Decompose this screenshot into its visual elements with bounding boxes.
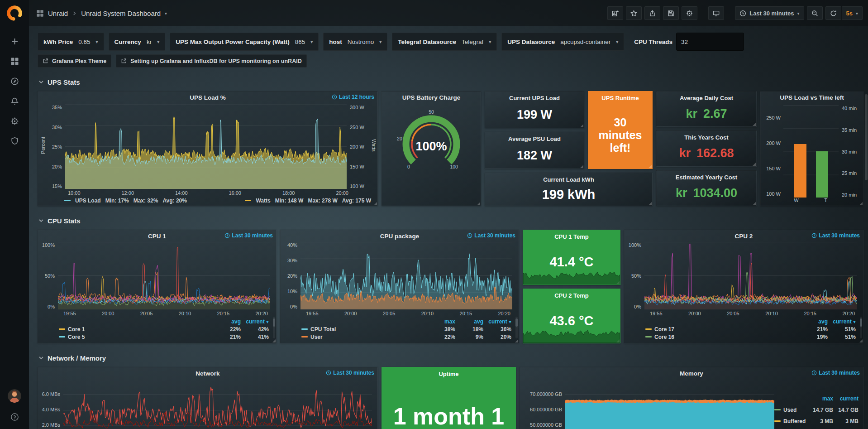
variable-ups-datasource[interactable]: UPS Datasource apcupsd-container ▾ bbox=[501, 33, 624, 51]
variable-value[interactable]: 0.65 bbox=[78, 39, 90, 45]
legend-sort-avg[interactable]: avg bbox=[455, 318, 483, 325]
panel-time-badge[interactable]: Last 12 hours bbox=[332, 94, 374, 100]
time-range-label: Last 30 minutes bbox=[749, 10, 794, 17]
legend-row[interactable]: Used14.7 GB14.7 GB bbox=[774, 404, 858, 415]
battery-gauge[interactable]: 02050100 100% bbox=[382, 103, 481, 206]
legend-sort-max[interactable]: max bbox=[427, 318, 455, 325]
bar-W[interactable] bbox=[794, 144, 806, 198]
dashboards-icon[interactable] bbox=[0, 51, 29, 71]
cycle-view-mode-button[interactable] bbox=[708, 6, 724, 20]
panel-title[interactable]: CPU package bbox=[380, 233, 419, 240]
variable-value[interactable]: Nostromo bbox=[348, 39, 374, 45]
panel-title[interactable]: UPS Battery Charge bbox=[402, 94, 460, 101]
refresh-interval-picker[interactable]: 5s ▾ bbox=[842, 6, 863, 20]
stat-title[interactable]: Uptime bbox=[439, 371, 458, 377]
legend-item[interactable]: WattsMin: 148 WMax: 278 WAvg: 175 W bbox=[245, 198, 371, 204]
scrollbar-thumb[interactable] bbox=[865, 94, 868, 180]
chart-legend: avgcurrent ▾Core 122%42%Core 521%41% bbox=[38, 317, 276, 343]
legend-scrollbar[interactable] bbox=[273, 317, 275, 338]
dashboard-link-ups-monitoring[interactable]: Setting up Grafana and InfluxDB for UPS … bbox=[116, 54, 306, 67]
legend-row[interactable]: User22%9%20% bbox=[301, 333, 511, 341]
stat-title[interactable]: Estimated Yearly Cost bbox=[676, 174, 737, 181]
stat-title[interactable]: Current UPS Load bbox=[509, 95, 560, 101]
cpu-threads-input[interactable] bbox=[676, 33, 744, 51]
stat-title[interactable]: CPU 2 Temp bbox=[554, 292, 589, 299]
dashboard-scrollbar[interactable] bbox=[865, 26, 868, 429]
chart-plot[interactable] bbox=[63, 379, 372, 429]
alerting-bell-icon[interactable] bbox=[0, 91, 29, 111]
legend-sort-current[interactable]: current bbox=[833, 395, 858, 402]
explore-compass-icon[interactable] bbox=[0, 71, 29, 91]
legend-sort-current[interactable]: current ▾ bbox=[241, 318, 269, 325]
create-plus-icon[interactable] bbox=[0, 31, 29, 51]
legend-row[interactable]: Core 1619%51% bbox=[645, 333, 856, 341]
legend-sort-max[interactable]: max bbox=[808, 395, 833, 402]
user-avatar[interactable] bbox=[8, 389, 21, 403]
variable-kwh-price[interactable]: kWh Price 0.65 ▾ bbox=[38, 33, 104, 51]
grafana-logo-icon[interactable] bbox=[5, 4, 24, 22]
variable-value[interactable]: kr bbox=[147, 39, 152, 45]
variable-value[interactable]: Telegraf bbox=[462, 39, 483, 45]
variable-value[interactable]: 865 bbox=[295, 39, 305, 45]
star-button[interactable] bbox=[626, 6, 642, 20]
time-range-picker[interactable]: Last 30 minutes ▾ bbox=[735, 6, 804, 20]
panel-title[interactable]: Memory bbox=[680, 370, 703, 377]
chart-plot[interactable] bbox=[565, 379, 774, 429]
legend-item[interactable]: UPS LoadMin: 17%Max: 32%Avg: 20% bbox=[64, 198, 187, 204]
legend-sort-current[interactable]: current ▾ bbox=[828, 318, 856, 325]
breadcrumb-app[interactable]: Unraid bbox=[48, 10, 68, 17]
chart-plot[interactable] bbox=[65, 104, 347, 189]
legend-scrollbar[interactable] bbox=[515, 317, 518, 338]
zoom-out-button[interactable] bbox=[807, 6, 823, 20]
refresh-button[interactable] bbox=[825, 6, 841, 20]
legend-row[interactable]: Buffered3 MB3 MB bbox=[774, 415, 858, 427]
panel-time-badge[interactable]: Last 30 minutes bbox=[224, 232, 273, 239]
variable-currency[interactable]: Currency kr ▾ bbox=[109, 33, 166, 51]
bar-T[interactable] bbox=[816, 151, 828, 198]
stat-title[interactable]: Average Daily Cost bbox=[680, 95, 733, 101]
stat-title[interactable]: Average PSU Load bbox=[508, 135, 561, 142]
server-admin-shield-icon[interactable] bbox=[0, 131, 29, 151]
panel-time-badge[interactable]: Last 30 minutes bbox=[326, 370, 374, 376]
section-header-ups-stats[interactable]: UPS Stats bbox=[38, 77, 863, 87]
legend-row[interactable]: Core 1721%51% bbox=[645, 325, 856, 333]
panel-title[interactable]: CPU 2 bbox=[735, 233, 753, 240]
add-panel-button[interactable] bbox=[607, 6, 623, 20]
legend-scrollbar[interactable] bbox=[860, 317, 862, 338]
bar-chart-plot[interactable] bbox=[783, 105, 839, 198]
section-header-network-memory[interactable]: Network / Memory bbox=[38, 353, 863, 362]
panel-time-badge[interactable]: Last 30 minutes bbox=[467, 232, 515, 239]
stat-title[interactable]: UPS Runtime bbox=[601, 95, 639, 101]
legend-sort-avg[interactable]: avg bbox=[213, 318, 241, 325]
panel-time-badge[interactable]: Last 30 minutes bbox=[811, 232, 860, 239]
section-header-cpu-stats[interactable]: CPU Stats bbox=[38, 216, 863, 225]
share-button[interactable] bbox=[644, 6, 660, 20]
help-icon[interactable] bbox=[0, 410, 29, 424]
dashboard-link-plex-theme[interactable]: Grafana Plex Theme bbox=[38, 54, 111, 67]
chart-plot[interactable] bbox=[58, 242, 270, 309]
legend-row[interactable]: Core 122%42% bbox=[59, 325, 269, 333]
stat-title[interactable]: Current Load kWh bbox=[543, 176, 594, 183]
save-button[interactable] bbox=[663, 6, 679, 20]
configuration-gear-icon[interactable] bbox=[0, 111, 29, 131]
panel-title[interactable]: UPS Load % bbox=[190, 94, 226, 101]
stat-title[interactable]: CPU 1 Temp bbox=[554, 233, 589, 240]
panel-title[interactable]: Network bbox=[196, 370, 219, 377]
legend-row[interactable]: Core 521%41% bbox=[59, 333, 269, 341]
legend-sort-avg[interactable]: avg bbox=[800, 318, 828, 325]
legend-sort-current[interactable]: current ▾ bbox=[483, 318, 511, 325]
breadcrumb[interactable]: Unraid Unraid System Dashboard ▾ bbox=[36, 10, 167, 17]
variable-host[interactable]: host Nostromo ▾ bbox=[323, 33, 387, 51]
stat-title[interactable]: This Years Cost bbox=[684, 134, 728, 141]
panel-title[interactable]: UPS Load vs Time left bbox=[780, 94, 844, 101]
panel-time-badge[interactable]: Last 30 minutes bbox=[811, 370, 860, 376]
dashboard-settings-button[interactable] bbox=[682, 6, 697, 20]
variable-telegraf-datasource[interactable]: Telegraf Datasource Telegraf ▾ bbox=[392, 33, 497, 51]
variable-ups-max-output[interactable]: UPS Max Output Power Capacity (Watt) 865… bbox=[170, 33, 319, 51]
variable-value[interactable]: apcupsd-container bbox=[560, 39, 610, 45]
chart-plot[interactable] bbox=[300, 242, 512, 309]
panel-title[interactable]: CPU 1 bbox=[148, 233, 166, 240]
legend-row[interactable]: CPU Total38%18%36% bbox=[301, 325, 511, 333]
chart-plot[interactable] bbox=[644, 242, 857, 309]
dashboard-title[interactable]: Unraid System Dashboard bbox=[81, 10, 161, 17]
